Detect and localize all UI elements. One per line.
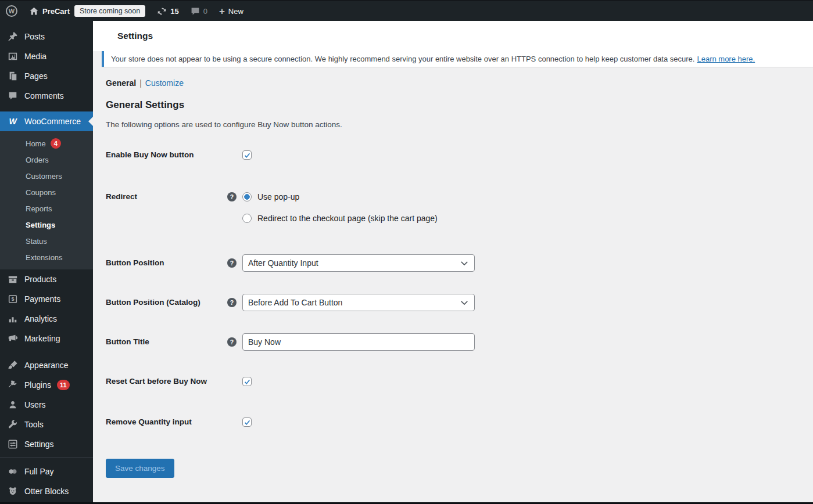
sidebar-item-label: Comments: [24, 91, 64, 100]
redirect-label: Redirect: [106, 188, 227, 206]
sidebar-item-label: Media: [24, 52, 46, 61]
notice-text: Your store does not appear to be using a…: [111, 55, 694, 63]
wordpress-logo-icon: W: [6, 5, 17, 17]
home-count-badge: 4: [51, 138, 61, 149]
remove-quantity-label: Remove Quantity input: [106, 413, 227, 431]
sidebar-item-full-pay[interactable]: Full Pay: [0, 462, 93, 481]
section-title: General Settings: [106, 99, 801, 111]
woocommerce-icon: W: [7, 116, 19, 127]
submenu-item-settings[interactable]: Settings: [0, 217, 93, 233]
submenu-item-customers[interactable]: Customers: [0, 168, 93, 184]
sidebar-item-appearance[interactable]: Appearance: [0, 355, 93, 375]
main-content: Settings Your store does not appear to b…: [93, 21, 813, 502]
button-position-select[interactable]: After Quantity Input: [242, 254, 475, 272]
button-title-input[interactable]: [242, 333, 475, 351]
plus-icon: +: [219, 6, 225, 16]
media-icon: [7, 51, 19, 62]
submenu-item-label: Status: [26, 237, 47, 246]
svg-text:$: $: [11, 296, 14, 302]
wrench-icon: [7, 419, 19, 430]
sidebar-item-label: WooCommerce: [24, 117, 81, 126]
subtabs: General | Customize: [106, 77, 801, 89]
button-position-help-icon[interactable]: ?: [227, 258, 237, 268]
redirect-checkout-label: Redirect to the checkout page (skip the …: [257, 214, 438, 223]
chevron-down-icon: [460, 261, 468, 266]
submenu-item-label: Home: [26, 139, 46, 148]
reset-cart-checkbox[interactable]: [242, 377, 252, 386]
learn-more-link[interactable]: Learn more here.: [697, 55, 755, 63]
sidebar-item-label: Appearance: [24, 361, 69, 370]
tab-general[interactable]: General: [106, 78, 136, 88]
bar-chart-icon: [7, 313, 19, 325]
submenu-item-label: Customers: [26, 172, 62, 181]
sidebar-item-label: Payments: [24, 294, 60, 304]
window-frame-top: [0, 0, 813, 1]
enable-buy-now-label: Enable Buy Now button: [106, 146, 227, 164]
sidebar-item-tools[interactable]: Tools: [0, 415, 93, 434]
comments-menu[interactable]: 0: [185, 1, 213, 21]
button-position-catalog-select[interactable]: Before Add To Cart Button: [242, 294, 475, 311]
redirect-checkout-radio[interactable]: [242, 214, 252, 223]
button-position-value: After Quantity Input: [248, 258, 318, 268]
button-title-row: Button Title ?: [106, 333, 801, 351]
sidebar-item-otter-blocks[interactable]: Otter Blocks: [0, 481, 93, 501]
sidebar-item-marketing[interactable]: Marketing: [0, 329, 93, 348]
redirect-popup-radio[interactable]: [242, 192, 252, 201]
pages-icon: [7, 70, 19, 82]
sidebar-item-plugins[interactable]: Plugins 11: [0, 375, 93, 395]
site-name-menu[interactable]: PreCart Store coming soon: [23, 1, 151, 21]
active-menu-arrow: [88, 117, 93, 126]
sidebar-item-label: Otter Blocks: [24, 487, 69, 496]
sidebar-item-users[interactable]: Users: [0, 395, 93, 415]
sidebar-item-payments[interactable]: $ Payments: [0, 289, 93, 309]
sidebar-item-label: Users: [24, 400, 46, 409]
sidebar-item-settings[interactable]: Settings: [0, 434, 93, 454]
checkmark-icon: [243, 152, 251, 159]
remove-quantity-checkbox[interactable]: [242, 417, 252, 427]
sidebar-item-label: Full Pay: [24, 467, 54, 476]
sidebar-item-comments[interactable]: Comments: [0, 86, 93, 106]
button-position-catalog-help-icon[interactable]: ?: [227, 298, 237, 307]
store-coming-soon-badge[interactable]: Store coming soon: [74, 5, 145, 17]
sidebar-item-posts[interactable]: Posts: [0, 27, 93, 46]
sidebar-item-label: Tools: [24, 420, 44, 429]
home-icon: [29, 6, 39, 16]
sidebar-item-media[interactable]: Media: [0, 46, 93, 66]
button-position-label: Button Position: [106, 254, 227, 272]
user-icon: [7, 399, 19, 411]
submenu-item-label: Coupons: [26, 188, 56, 197]
button-position-catalog-value: Before Add To Cart Button: [248, 298, 342, 307]
button-position-catalog-row: Button Position (Catalog) ? Before Add T…: [106, 294, 801, 311]
menu-separator: [0, 458, 93, 458]
submenu-item-extensions[interactable]: Extensions: [0, 249, 93, 265]
enable-buy-now-checkbox[interactable]: [242, 150, 252, 160]
comments-icon: [7, 90, 19, 102]
sidebar-item-label: Analytics: [24, 314, 57, 323]
submenu-item-orders[interactable]: Orders: [0, 152, 93, 168]
admin-sidebar: Posts Media Pages Comments W WooCommerce…: [0, 21, 93, 502]
sidebar-item-products[interactable]: Products: [0, 269, 93, 289]
products-box-icon: [7, 273, 19, 285]
new-content-menu[interactable]: + New: [213, 1, 249, 21]
updates-menu[interactable]: 15: [151, 1, 184, 21]
sidebar-item-woocommerce[interactable]: W WooCommerce: [0, 111, 93, 131]
button-title-help-icon[interactable]: ?: [227, 337, 237, 347]
paintbrush-icon: [7, 359, 19, 371]
sidebar-item-analytics[interactable]: Analytics: [0, 309, 93, 329]
wp-logo-menu[interactable]: W: [0, 1, 23, 21]
save-changes-button[interactable]: Save changes: [106, 459, 174, 478]
button-title-label: Button Title: [106, 333, 227, 351]
sidebar-item-pages[interactable]: Pages: [0, 66, 93, 86]
comments-count: 0: [203, 7, 207, 16]
submenu-item-coupons[interactable]: Coupons: [0, 184, 93, 200]
checkmark-icon: [243, 378, 251, 386]
settings-sliders-icon: [7, 438, 19, 450]
submenu-item-status[interactable]: Status: [0, 233, 93, 249]
submenu-item-label: Orders: [26, 156, 49, 164]
submenu-item-home[interactable]: Home 4: [0, 135, 93, 152]
enable-buy-now-row: Enable Buy Now button: [106, 146, 801, 164]
submenu-item-label: Settings: [26, 221, 55, 229]
submenu-item-reports[interactable]: Reports: [0, 200, 93, 217]
tab-customize[interactable]: Customize: [145, 78, 184, 88]
redirect-help-icon[interactable]: ?: [227, 192, 237, 201]
